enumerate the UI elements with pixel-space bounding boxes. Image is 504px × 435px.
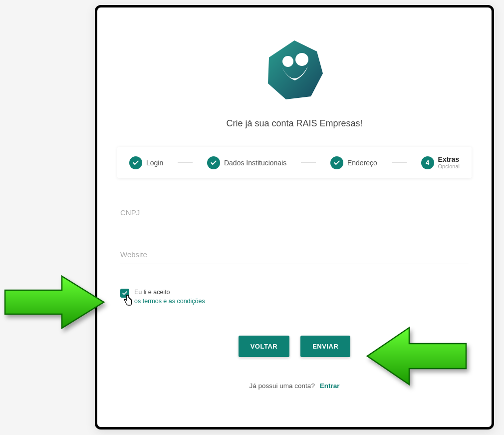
terms-link[interactable]: os termos e as condições [134,298,205,305]
step-sublabel: Opcional [438,163,460,169]
step-number-badge: 4 [421,156,434,169]
step-label: Extras [438,156,460,163]
check-icon [129,156,142,169]
progress-stepper: Login Dados Institucionais Endereço 4 [117,147,472,178]
svg-point-1 [295,53,308,66]
terms-checkbox[interactable] [120,289,129,298]
cnpj-input[interactable] [120,204,469,222]
back-button[interactable]: VOLTAR [239,336,290,357]
svg-point-0 [282,56,293,67]
step-extras: 4 Extras Opcional [421,156,460,169]
step-connector [178,162,193,163]
step-connector [392,162,407,163]
annotation-arrow-left-icon [2,272,107,334]
check-icon [207,156,220,169]
annotation-arrow-right-icon [364,324,469,391]
step-dados-institucionais: Dados Institucionais [207,156,286,169]
login-link[interactable]: Entrar [320,382,340,390]
step-endereco: Endereço [330,156,377,169]
step-connector [301,162,316,163]
submit-button[interactable]: ENVIAR [300,336,350,357]
step-label: Endereço [347,159,377,167]
terms-text-prefix: Eu li e aceito [134,289,170,296]
check-icon [330,156,343,169]
step-label: Login [146,159,163,167]
footer-question: Já possui uma conta? [250,382,315,390]
website-input[interactable] [120,246,469,264]
step-login: Login [129,156,163,169]
brand-logo [262,37,327,104]
step-label: Dados Institucionais [224,159,286,167]
terms-row: Eu li e aceito os termos e as condições [120,288,469,306]
page-heading: Crie já sua conta RAIS Empresas! [226,118,362,129]
